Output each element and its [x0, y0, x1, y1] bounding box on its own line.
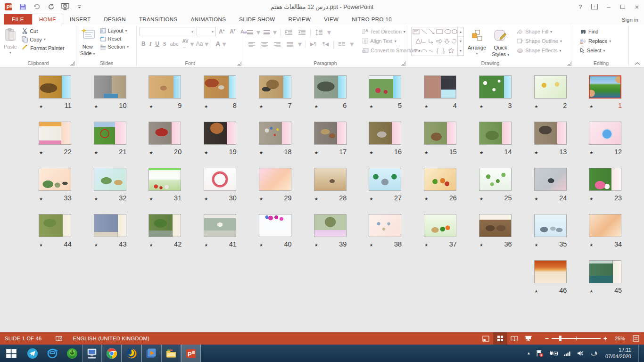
bold-button[interactable]: B: [140, 40, 148, 48]
animation-star-icon[interactable]: ★: [424, 243, 428, 247]
tab-transitions[interactable]: TRANSITIONS: [132, 14, 184, 25]
zoom-in-button[interactable]: +: [601, 335, 610, 342]
slide-thumbnail-39[interactable]: [314, 214, 347, 237]
slide-thumbnail-23[interactable]: [589, 168, 621, 191]
animation-star-icon[interactable]: ★: [94, 150, 98, 155]
slide-thumbnail-16[interactable]: [369, 122, 401, 145]
ltr-direction-button[interactable]: ▶¶: [309, 41, 318, 48]
slide-thumbnail-2[interactable]: [534, 75, 567, 99]
action-center-icon[interactable]: [536, 349, 544, 357]
tab-file[interactable]: FILE: [4, 14, 32, 25]
animation-star-icon[interactable]: ★: [589, 104, 593, 109]
shapes-more-icon[interactable]: ▼: [458, 46, 463, 56]
normal-view-button[interactable]: [479, 332, 493, 345]
tab-review[interactable]: REVIEW: [282, 14, 318, 25]
animation-star-icon[interactable]: ★: [535, 243, 538, 247]
font-dialog-launcher[interactable]: [237, 61, 241, 66]
align-right-button[interactable]: [272, 41, 282, 48]
zoom-percent-label[interactable]: 25%: [610, 336, 629, 341]
undo-icon[interactable]: [32, 2, 41, 11]
sign-in-link[interactable]: Sign in: [622, 17, 638, 23]
slide-thumbnail-31[interactable]: [149, 168, 181, 191]
slide-thumbnail-46[interactable]: [534, 260, 567, 283]
animation-star-icon[interactable]: ★: [479, 104, 483, 109]
quick-styles-button[interactable]: Quick Styles ▾: [489, 26, 512, 59]
animation-star-icon[interactable]: ★: [149, 150, 153, 155]
arrange-button[interactable]: Arrange ▾: [465, 26, 489, 57]
animation-star-icon[interactable]: ★: [479, 150, 483, 155]
paragraph-dialog-launcher[interactable]: [401, 61, 405, 66]
ie-taskbar-icon[interactable]: [42, 345, 62, 362]
shapes-gallery[interactable]: ▲ ▼ ▼: [411, 27, 464, 56]
slide-thumbnail-4[interactable]: [424, 75, 456, 99]
slide-sorter-view-button[interactable]: [493, 332, 507, 345]
animation-star-icon[interactable]: ★: [204, 104, 208, 109]
chrome-taskbar-icon[interactable]: [102, 345, 122, 362]
language-label[interactable]: ENGLISH (UNITED KINGDOM): [73, 336, 149, 341]
copy-button[interactable]: Copy ▾: [20, 35, 66, 43]
animation-star-icon[interactable]: ★: [589, 150, 593, 155]
proofing-icon[interactable]: [55, 336, 63, 342]
drawing-dialog-launcher[interactable]: [567, 61, 571, 66]
power-battery-icon[interactable]: [549, 350, 558, 357]
firefox-taskbar-icon[interactable]: [122, 345, 141, 362]
animation-star-icon[interactable]: ★: [39, 104, 43, 109]
start-slideshow-icon[interactable]: [60, 2, 70, 11]
strikethrough-button[interactable]: abc: [168, 40, 181, 48]
animation-star-icon[interactable]: ★: [479, 243, 483, 247]
animation-star-icon[interactable]: ★: [314, 104, 318, 109]
slide-thumbnail-37[interactable]: [424, 214, 456, 237]
animation-star-icon[interactable]: ★: [314, 197, 318, 201]
slide-thumbnail-26[interactable]: [424, 168, 456, 191]
animation-star-icon[interactable]: ★: [204, 150, 208, 155]
show-desktop-button[interactable]: [638, 345, 641, 362]
slide-thumbnail-11[interactable]: [39, 75, 71, 99]
explorer-taskbar-icon[interactable]: [161, 345, 181, 362]
show-hidden-icons-button[interactable]: ▲: [527, 351, 531, 355]
align-left-button[interactable]: [247, 41, 256, 48]
increase-indent-button[interactable]: [297, 29, 307, 36]
slide-thumbnail-1[interactable]: [589, 75, 621, 99]
line-spacing-button[interactable]: [314, 29, 324, 36]
replace-button[interactable]: abac Replace▾: [578, 37, 613, 45]
shape-outline-button[interactable]: Shape Outline▾: [515, 37, 564, 45]
slide-thumbnail-34[interactable]: [589, 214, 621, 237]
animation-star-icon[interactable]: ★: [369, 243, 373, 247]
help-button[interactable]: ?: [573, 0, 587, 13]
animation-star-icon[interactable]: ★: [589, 197, 593, 201]
start-taskbar-icon[interactable]: [0, 345, 23, 362]
animation-star-icon[interactable]: ★: [369, 150, 373, 155]
tab-view[interactable]: VIEW: [317, 14, 345, 25]
change-case-button[interactable]: Aa: [194, 40, 205, 48]
shrink-font-button[interactable]: A▾: [228, 27, 237, 36]
animation-star-icon[interactable]: ★: [589, 243, 593, 247]
animation-star-icon[interactable]: ★: [94, 197, 98, 201]
animation-star-icon[interactable]: ★: [149, 243, 153, 247]
animation-star-icon[interactable]: ★: [149, 197, 153, 201]
new-slide-button[interactable]: New Slide ▾: [77, 26, 98, 58]
format-painter-button[interactable]: Format Painter: [20, 44, 66, 52]
tab-insert[interactable]: INSERT: [63, 14, 97, 25]
animation-star-icon[interactable]: ★: [259, 104, 263, 109]
columns-button[interactable]: [337, 41, 347, 48]
repeat-icon[interactable]: [46, 2, 56, 11]
slide-thumbnail-28[interactable]: [314, 168, 347, 191]
slide-thumbnail-18[interactable]: [259, 122, 291, 145]
slide-thumbnail-5[interactable]: [369, 75, 401, 99]
clipboard-dialog-launcher[interactable]: [70, 61, 74, 66]
fit-slide-to-window-button[interactable]: [629, 332, 643, 345]
animation-star-icon[interactable]: ★: [369, 104, 373, 109]
animation-star-icon[interactable]: ★: [424, 104, 428, 109]
animation-star-icon[interactable]: ★: [369, 197, 373, 201]
slide-thumbnail-17[interactable]: [314, 122, 347, 145]
slide-thumbnail-3[interactable]: [479, 75, 512, 99]
slide-thumbnail-35[interactable]: [534, 214, 567, 237]
customize-qat-icon[interactable]: [74, 2, 84, 11]
language-indicator[interactable]: ف: [590, 350, 598, 357]
slide-thumbnail-40[interactable]: [259, 214, 291, 237]
animation-star-icon[interactable]: ★: [204, 243, 208, 247]
justify-button[interactable]: [285, 41, 295, 48]
animation-star-icon[interactable]: ★: [259, 150, 263, 155]
animation-star-icon[interactable]: ★: [259, 243, 263, 247]
select-button[interactable]: Select▾: [578, 47, 613, 54]
